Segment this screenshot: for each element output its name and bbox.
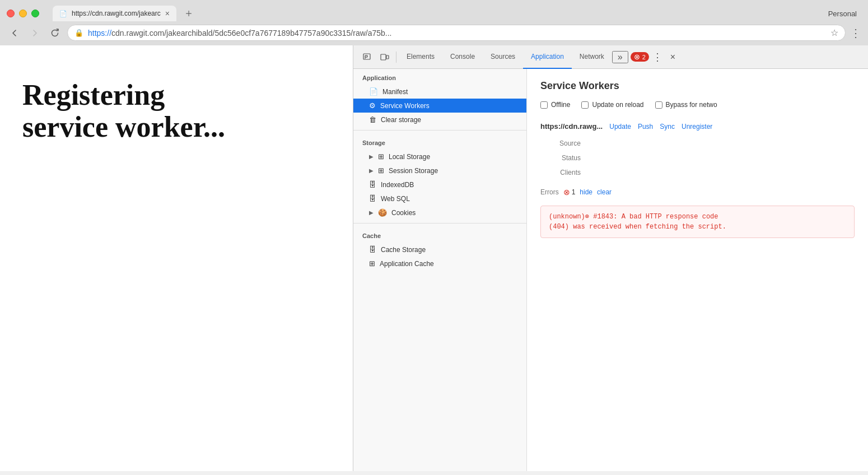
clear-storage-icon: 🗑 [369,115,376,124]
forward-button[interactable] [27,25,43,41]
sidebar-item-cookies[interactable]: ▶ 🍪 Cookies [353,206,526,220]
error-badge: ⊗ 2 [631,52,649,62]
offline-checkbox-label[interactable]: Offline [540,101,570,109]
local-storage-grid-icon: ⊞ [378,152,384,161]
status-value [590,154,855,162]
tab-network[interactable]: Network [572,45,612,69]
error-count-badge: ⊗ 1 [563,188,576,197]
title-bar: 📄 https://cdn.rawgit.com/jakearc × Perso… [0,0,868,21]
sidebar-item-service-workers[interactable]: ⚙ Service Workers [353,99,526,113]
sidebar-item-cache-storage-label: Cache Storage [381,246,426,254]
lock-icon: 🔒 [74,29,83,37]
minimize-button[interactable] [19,10,27,17]
maximize-button[interactable] [31,10,39,17]
devtools-close-button[interactable]: × [670,52,675,62]
bypass-for-network-checkbox[interactable] [655,101,662,109]
source-label: Source [540,139,585,147]
address-input[interactable]: 🔒 https://cdn.rawgit.com/jakearchibald/5… [67,25,846,41]
sidebar-item-application-cache[interactable]: ⊞ Application Cache [353,257,526,271]
sidebar-item-web-sql-label: Web SQL [381,195,410,203]
error-badge-icon: ⊗ [634,53,640,61]
back-button[interactable] [7,25,22,41]
tab-sources[interactable]: Sources [483,45,523,69]
update-on-reload-checkbox-label[interactable]: Update on reload [581,101,643,109]
sidebar-divider-1 [353,130,526,131]
update-on-reload-checkbox[interactable] [581,101,589,109]
error-message-box: (unknown)⊗ #1843: A bad HTTP response co… [540,206,855,238]
error-badge-count: 2 [642,54,646,60]
sw-unregister-link[interactable]: Unregister [682,123,712,131]
devtools-more-button[interactable]: ⋮ [649,51,666,63]
tab-elements[interactable]: Elements [399,45,442,69]
clients-value [590,169,855,176]
errors-row: Errors ⊗ 1 hide clear [540,188,855,197]
tab-close-button[interactable]: × [165,9,170,18]
sidebar-item-cookies-label: Cookies [391,209,416,217]
sw-update-link[interactable]: Update [609,123,631,131]
tab-console-label: Console [450,53,475,60]
inspect-element-button[interactable] [358,48,376,66]
sidebar-item-application-cache-label: Application Cache [380,260,434,268]
sw-info-table: Source Status Clients [540,139,855,176]
sidebar-item-manifest-label: Manifest [382,88,408,96]
application-section-label: Application [353,69,526,85]
bypass-for-network-label: Bypass for netwo [666,101,717,109]
sidebar-item-session-storage-label: Session Storage [389,167,438,175]
tab-bar: 📄 https://cdn.rawgit.com/jakearc × [53,6,824,21]
close-button[interactable] [7,10,15,17]
update-on-reload-label: Update on reload [592,101,643,109]
sw-sync-link[interactable]: Sync [660,123,675,131]
page-heading: Registering service worker... [22,79,225,143]
devtools-sidebar: Application 📄 Manifest ⚙ Service Workers… [353,69,527,471]
error-message-text: (unknown)⊗ #1843: A bad HTTP response co… [549,213,726,231]
sidebar-item-manifest[interactable]: 📄 Manifest [353,85,526,99]
sidebar-divider-2 [353,223,526,223]
browser-tab[interactable]: 📄 https://cdn.rawgit.com/jakearc × [53,6,176,21]
session-storage-grid-icon: ⊞ [378,166,384,175]
error-x-icon: ⊗ [563,188,570,197]
sidebar-item-session-storage[interactable]: ▶ ⊞ Session Storage [353,164,526,178]
sidebar-item-web-sql[interactable]: 🗄 Web SQL [353,192,526,206]
tab-separator [396,52,396,63]
address-bar: 🔒 https://cdn.rawgit.com/jakearchibald/5… [0,21,868,45]
svg-rect-1 [188,11,189,16]
device-toolbar-button[interactable] [376,48,394,66]
browser-more-button[interactable]: ⋮ [850,27,861,39]
bookmark-button[interactable]: ☆ [830,27,838,38]
devtools-body: Application 📄 Manifest ⚙ Service Workers… [353,69,868,471]
clear-errors-link[interactable]: clear [597,188,612,196]
tab-application-label: Application [531,53,564,60]
bypass-for-network-checkbox-label[interactable]: Bypass for netwo [655,101,717,109]
svg-rect-2 [363,54,370,59]
sidebar-item-clear-storage-label: Clear storage [381,116,421,124]
tab-console[interactable]: Console [442,45,483,69]
sidebar-item-local-storage-label: Local Storage [389,153,430,161]
offline-checkbox[interactable] [540,101,548,109]
devtools-main-panel: Service Workers Offline Update on reload… [527,69,868,471]
clients-label: Clients [540,169,585,176]
tab-application[interactable]: Application [523,45,572,69]
main-content: Registering service worker... [0,45,868,471]
sw-push-link[interactable]: Push [638,123,653,131]
sidebar-item-cache-storage[interactable]: 🗄 Cache Storage [353,243,526,257]
offline-label: Offline [551,101,570,109]
sidebar-item-indexeddb[interactable]: 🗄 IndexedDB [353,178,526,192]
errors-label: Errors [540,188,559,196]
storage-section-label: Storage [353,134,526,150]
sidebar-item-service-workers-label: Service Workers [380,102,430,110]
cache-section-label: Cache [353,227,526,243]
tab-sources-label: Sources [491,53,515,60]
more-tabs-button[interactable]: » [612,51,628,63]
refresh-button[interactable] [47,25,63,41]
address-path: cdn.rawgit.com/jakearchibald/5dc56e0cf7a… [111,29,391,38]
expand-local-storage-icon: ▶ [369,153,374,160]
tab-favicon-icon: 📄 [59,10,67,17]
address-https: https:// [88,29,111,38]
heading-line2: service worker... [22,111,225,143]
hide-errors-link[interactable]: hide [580,188,592,196]
sidebar-item-clear-storage[interactable]: 🗑 Clear storage [353,113,526,127]
sidebar-item-local-storage[interactable]: ▶ ⊞ Local Storage [353,150,526,164]
browser-chrome: 📄 https://cdn.rawgit.com/jakearc × Perso… [0,0,868,45]
expand-cookies-icon: ▶ [369,209,374,216]
new-tab-button[interactable] [179,6,199,21]
